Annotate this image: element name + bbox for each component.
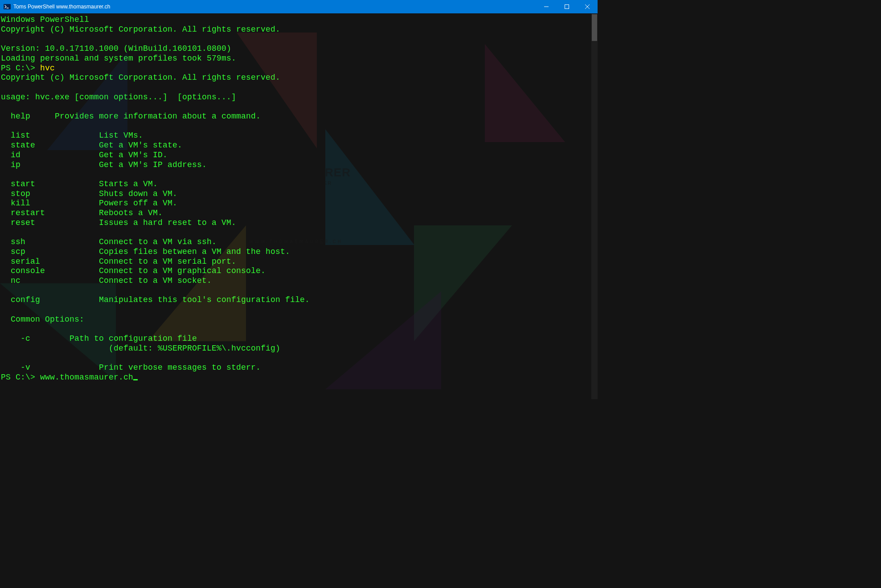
- window-title: Toms PowerShell www.thomasmaurer.ch: [13, 4, 110, 10]
- svg-rect-0: [4, 4, 11, 9]
- maximize-button[interactable]: [557, 0, 577, 13]
- terminal-output[interactable]: Windows PowerShell Copyright (C) Microso…: [0, 13, 591, 384]
- scrollbar-thumb[interactable]: [592, 14, 597, 41]
- svg-rect-1: [565, 5, 569, 9]
- vertical-scrollbar[interactable]: [591, 13, 598, 399]
- powershell-window: Toms PowerShell www.thomasmaurer.ch THOM…: [0, 0, 598, 399]
- close-button[interactable]: [577, 0, 598, 13]
- titlebar[interactable]: Toms PowerShell www.thomasmaurer.ch: [0, 0, 598, 13]
- powershell-icon: [4, 3, 11, 10]
- minimize-button[interactable]: [536, 0, 557, 13]
- terminal-client-area[interactable]: THOMAS MAURER CLOUD & DATACENTER WWW.THO…: [0, 13, 591, 399]
